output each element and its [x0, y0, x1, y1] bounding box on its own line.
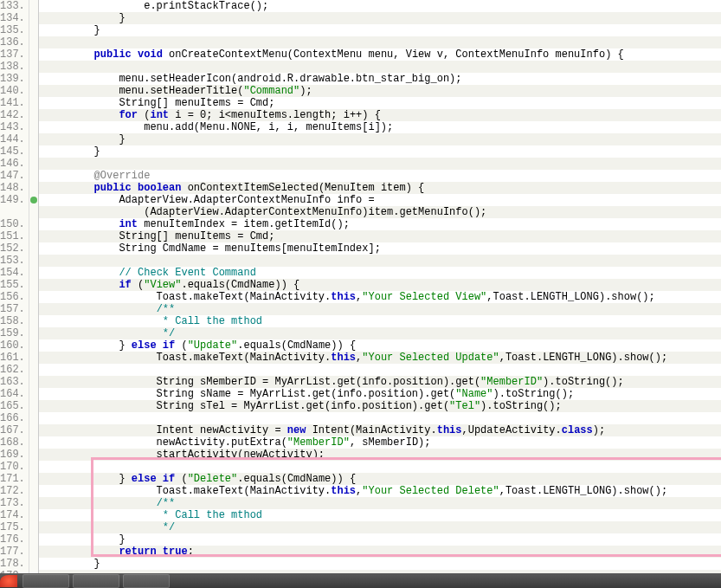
margin-cell	[29, 327, 38, 339]
code-line[interactable]: Intent newActivity = new Intent(MainActi…	[39, 424, 721, 436]
code-line[interactable]: menu.setHeaderTitle("Command");	[39, 85, 721, 97]
code-line[interactable]: } else if ("Delete".equals(CmdName)) {	[39, 473, 721, 485]
margin-cell	[29, 485, 38, 497]
code-line[interactable]	[39, 255, 721, 267]
margin-cell	[29, 133, 38, 145]
code-line[interactable]: @Override	[39, 170, 721, 182]
code-line[interactable]: String CmdName = menuItems[menuItemIndex…	[39, 242, 721, 255]
line-number: 139.	[0, 73, 23, 85]
marker-margin	[29, 0, 39, 573]
code-line[interactable]	[39, 36, 721, 48]
line-number: 144.	[0, 133, 23, 145]
line-number-gutter: 133.134.135.136.137.138.139.140.141.142.…	[0, 0, 29, 573]
line-number: 142.	[0, 109, 23, 121]
code-line[interactable]: Toast.makeText(MainActivity.this,"Your S…	[39, 485, 721, 497]
code-editor[interactable]: 133.134.135.136.137.138.139.140.141.142.…	[0, 0, 721, 573]
code-line[interactable]: /**	[39, 303, 721, 315]
taskbar-item[interactable]	[23, 574, 69, 588]
line-number: 134.	[0, 12, 23, 24]
code-line[interactable]: }	[39, 12, 721, 24]
line-number: 145.	[0, 145, 23, 158]
margin-cell	[29, 303, 38, 315]
code-line[interactable]: String sMemberID = MyArrList.get(info.po…	[39, 376, 721, 388]
margin-cell	[29, 497, 38, 509]
start-button[interactable]	[0, 575, 17, 587]
line-number: 167.	[0, 424, 23, 436]
code-line[interactable]: * Call the mthod	[39, 315, 721, 327]
margin-cell	[29, 364, 38, 376]
line-number: 162.	[0, 364, 23, 376]
code-line[interactable]: for (int i = 0; i<menuItems.length; i++)…	[39, 109, 721, 121]
code-line[interactable]: */	[39, 327, 721, 339]
line-number: 141.	[0, 97, 23, 109]
line-number: 159.	[0, 327, 23, 339]
code-line[interactable]: String[] menuItems = Cmd;	[39, 230, 721, 242]
code-line[interactable]: }	[39, 145, 721, 158]
code-line[interactable]: AdapterView.AdapterContextMenuInfo info …	[39, 194, 721, 206]
code-line[interactable]	[39, 461, 721, 473]
line-number: 171.	[0, 473, 23, 485]
margin-cell	[29, 509, 38, 521]
line-number: 138.	[0, 61, 23, 73]
code-line[interactable]: e.printStackTrace();	[39, 0, 721, 12]
code-line[interactable]: }	[39, 24, 721, 36]
taskbar[interactable]	[0, 573, 721, 588]
margin-cell	[29, 242, 38, 255]
code-area[interactable]: e.printStackTrace(); } } public void onC…	[39, 0, 721, 573]
code-line[interactable]: String sTel = MyArrList.get(info.positio…	[39, 400, 721, 412]
line-number: 137.	[0, 48, 23, 61]
code-line[interactable]	[39, 412, 721, 424]
code-line[interactable]: startActivity(newActivity);	[39, 449, 721, 461]
code-line[interactable]: Toast.makeText(MainActivity.this,"Your S…	[39, 352, 721, 364]
margin-cell	[29, 36, 38, 48]
line-number: 155.	[0, 279, 23, 291]
line-number: 169.	[0, 449, 23, 461]
margin-cell	[29, 449, 38, 461]
code-line[interactable]: if ("View".equals(CmdName)) {	[39, 279, 721, 291]
margin-cell	[29, 352, 38, 364]
margin-cell	[29, 194, 38, 206]
code-line[interactable]: * Call the mthod	[39, 509, 721, 521]
code-line[interactable]: }	[39, 133, 721, 145]
code-line[interactable]	[39, 158, 721, 170]
line-number: 166.	[0, 412, 23, 424]
taskbar-item[interactable]	[73, 574, 119, 588]
code-line[interactable]	[39, 61, 721, 73]
margin-cell	[29, 0, 38, 12]
code-line[interactable]: newActivity.putExtra("MemberID", sMember…	[39, 436, 721, 449]
code-line[interactable]	[39, 364, 721, 376]
code-line[interactable]: */	[39, 521, 721, 533]
code-line[interactable]: }	[39, 533, 721, 546]
line-number: 174.	[0, 509, 23, 521]
line-number: 156.	[0, 291, 23, 303]
taskbar-item[interactable]	[123, 574, 170, 588]
line-number: 161.	[0, 352, 23, 364]
code-line[interactable]: String sName = MyArrList.get(info.positi…	[39, 388, 721, 400]
code-line[interactable]: menu.add(Menu.NONE, i, i, menuItems[i]);	[39, 121, 721, 133]
code-line[interactable]: Toast.makeText(MainActivity.this,"Your S…	[39, 291, 721, 303]
code-line[interactable]: // Check Event Command	[39, 267, 721, 279]
margin-cell	[29, 218, 38, 230]
code-line[interactable]: /**	[39, 497, 721, 509]
code-line[interactable]: public boolean onContextItemSelected(Men…	[39, 182, 721, 194]
line-number: 164.	[0, 388, 23, 400]
code-line[interactable]: String[] menuItems = Cmd;	[39, 97, 721, 109]
code-line[interactable]: }	[39, 558, 721, 570]
margin-cell	[29, 376, 38, 388]
line-number	[0, 206, 23, 218]
line-number: 163.	[0, 376, 23, 388]
line-number: 133.	[0, 0, 23, 12]
line-number: 157.	[0, 303, 23, 315]
line-number: 176.	[0, 533, 23, 546]
line-number: 150.	[0, 218, 23, 230]
line-number: 172.	[0, 485, 23, 497]
margin-cell	[29, 388, 38, 400]
code-line[interactable]: int menuItemIndex = item.getItemId();	[39, 218, 721, 230]
code-line[interactable]: } else if ("Update".equals(CmdName)) {	[39, 339, 721, 352]
code-line[interactable]: menu.setHeaderIcon(android.R.drawable.bt…	[39, 73, 721, 85]
code-line[interactable]: public void onCreateContextMenu(ContextM…	[39, 48, 721, 61]
line-number: 168.	[0, 436, 23, 449]
code-line[interactable]: return true;	[39, 546, 721, 558]
code-line[interactable]: (AdapterView.AdapterContextMenuInfo)item…	[39, 206, 721, 218]
line-number: 136.	[0, 36, 23, 48]
